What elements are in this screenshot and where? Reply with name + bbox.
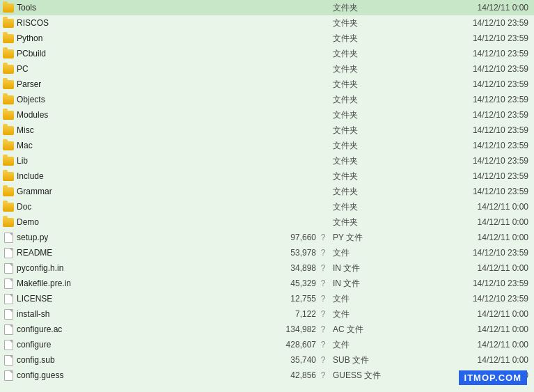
- file-date: 14/12/11 0:00: [386, 202, 531, 212]
- list-item[interactable]: config.sub35,740?SUB 文件14/12/11 0:00: [0, 352, 534, 368]
- file-date: 14/12/11 0:00: [386, 217, 531, 227]
- file-date: 14/12/11 0:00: [386, 340, 531, 350]
- list-item[interactable]: LICENSE12,755?文件14/12/10 23:59: [0, 291, 534, 306]
- list-item[interactable]: Lib文件夹14/12/10 23:59: [0, 153, 534, 168]
- file-type: AC 文件: [330, 324, 386, 336]
- file-icon: [3, 232, 14, 243]
- list-item[interactable]: PC文件夹14/12/10 23:59: [0, 61, 534, 77]
- file-attr: ?: [316, 309, 330, 319]
- file-type: IN 文件: [330, 278, 386, 290]
- list-item[interactable]: configure.ac134,982?AC 文件14/12/11 0:00: [0, 322, 534, 337]
- file-name-label: README: [17, 248, 52, 258]
- file-size: 34,898: [260, 263, 316, 273]
- list-item[interactable]: Python文件夹14/12/10 23:59: [0, 31, 534, 46]
- file-name-label: setup.py: [17, 233, 48, 242]
- file-attr: ?: [316, 279, 330, 288]
- file-icon: [3, 262, 14, 274]
- folder-icon: [3, 171, 14, 182]
- file-type: 文件: [330, 293, 386, 305]
- file-attr: ?: [316, 233, 330, 242]
- file-type: 文件夹: [330, 33, 386, 45]
- file-name-label: LICENSE: [17, 294, 52, 304]
- list-item[interactable]: Mac文件夹14/12/10 23:59: [0, 138, 534, 153]
- folder-icon: [3, 109, 14, 120]
- file-name-label: pyconfig.h.in: [17, 263, 63, 273]
- list-item[interactable]: Include文件夹14/12/10 23:59: [0, 168, 534, 184]
- list-item[interactable]: README53,978?文件14/12/10 23:59: [0, 245, 534, 260]
- file-name-label: Demo: [17, 217, 39, 227]
- file-attr: ?: [316, 340, 330, 350]
- file-size: 134,982: [260, 324, 316, 334]
- file-type: 文件夹: [330, 48, 386, 60]
- file-date: 14/12/11 0:00: [386, 3, 531, 13]
- file-name-label: PCbuild: [17, 49, 46, 58]
- file-name-label: Include: [17, 171, 44, 181]
- list-item[interactable]: Tools文件夹14/12/11 0:00: [0, 0, 534, 15]
- file-name-label: config.guess: [17, 370, 63, 380]
- file-date: 14/12/10 23:59: [386, 79, 531, 89]
- file-name-label: Python: [17, 33, 42, 43]
- file-date: 14/12/10 23:59: [386, 110, 531, 120]
- file-name-label: Misc: [17, 125, 34, 135]
- file-type: IN 文件: [330, 262, 386, 274]
- folder-icon: [3, 94, 14, 105]
- file-date: 14/12/11 0:00: [386, 355, 531, 365]
- list-item[interactable]: Makefile.pre.in45,329?IN 文件14/12/10 23:5…: [0, 276, 534, 291]
- list-item[interactable]: Objects文件夹14/12/10 23:59: [0, 92, 534, 107]
- file-name-label: PC: [17, 64, 29, 74]
- file-size: 7,122: [260, 309, 316, 319]
- file-name-label: Grammar: [17, 187, 52, 196]
- file-date: 14/12/10 23:59: [386, 49, 531, 58]
- list-item[interactable]: config.guess42,856?GUESS 文件14/12/11 0:00: [0, 368, 534, 383]
- list-item[interactable]: PCbuild文件夹14/12/10 23:59: [0, 46, 534, 61]
- folder-icon: [3, 140, 14, 151]
- file-size: 428,607: [260, 340, 316, 350]
- list-item[interactable]: Grammar文件夹14/12/10 23:59: [0, 184, 534, 199]
- file-type: GUESS 文件: [330, 370, 386, 382]
- file-date: 14/12/10 23:59: [386, 33, 531, 43]
- list-item[interactable]: Demo文件夹14/12/11 0:00: [0, 214, 534, 230]
- file-icon: [3, 278, 14, 289]
- file-date: 14/12/10 23:59: [386, 18, 531, 28]
- file-type: 文件夹: [330, 17, 386, 29]
- file-name-label: Objects: [17, 95, 45, 104]
- file-list: Tools文件夹14/12/11 0:00RISCOS文件夹14/12/10 2…: [0, 0, 534, 392]
- file-icon: [3, 354, 14, 366]
- file-date: 14/12/11 0:00: [386, 263, 531, 273]
- file-type: 文件夹: [330, 109, 386, 121]
- file-type: 文件夹: [330, 186, 386, 198]
- file-name-label: Mac: [17, 141, 33, 150]
- file-type: 文件: [330, 247, 386, 259]
- list-item[interactable]: setup.py97,660?PY 文件14/12/11 0:00: [0, 230, 534, 245]
- folder-icon: [3, 33, 14, 44]
- folder-icon: [3, 63, 14, 75]
- file-name-label: Lib: [17, 156, 28, 166]
- file-date: 14/12/11 0:00: [386, 233, 531, 242]
- file-icon: [3, 247, 14, 258]
- list-item[interactable]: Parser文件夹14/12/10 23:59: [0, 77, 534, 92]
- file-date: 14/12/10 23:59: [386, 171, 531, 181]
- file-date: 14/12/10 23:59: [386, 248, 531, 258]
- file-name-label: Parser: [17, 79, 41, 89]
- file-name-label: RISCOS: [17, 18, 49, 28]
- list-item[interactable]: Misc文件夹14/12/10 23:59: [0, 123, 534, 138]
- file-name-label: Modules: [17, 110, 48, 120]
- file-icon: [3, 293, 14, 304]
- file-size: 12,755: [260, 294, 316, 304]
- list-item[interactable]: install-sh7,122?文件14/12/11 0:00: [0, 306, 534, 322]
- file-type: 文件夹: [330, 63, 386, 75]
- list-item[interactable]: Modules文件夹14/12/10 23:59: [0, 107, 534, 123]
- file-type: 文件夹: [330, 125, 386, 136]
- list-item[interactable]: configure428,607?文件14/12/11 0:00: [0, 337, 534, 352]
- list-item[interactable]: RISCOS文件夹14/12/10 23:59: [0, 15, 534, 31]
- file-date: 14/12/11 0:00: [386, 324, 531, 334]
- file-attr: ?: [316, 263, 330, 273]
- list-item[interactable]: pyconfig.h.in34,898?IN 文件14/12/11 0:00: [0, 260, 534, 276]
- file-name-label: Makefile.pre.in: [17, 279, 71, 288]
- list-item[interactable]: Doc文件夹14/12/11 0:00: [0, 199, 534, 214]
- file-type: 文件夹: [330, 171, 386, 182]
- file-type: 文件夹: [330, 155, 386, 167]
- folder-icon: [3, 125, 14, 136]
- file-date: 14/12/10 23:59: [386, 187, 531, 196]
- file-size: 97,660: [260, 233, 316, 242]
